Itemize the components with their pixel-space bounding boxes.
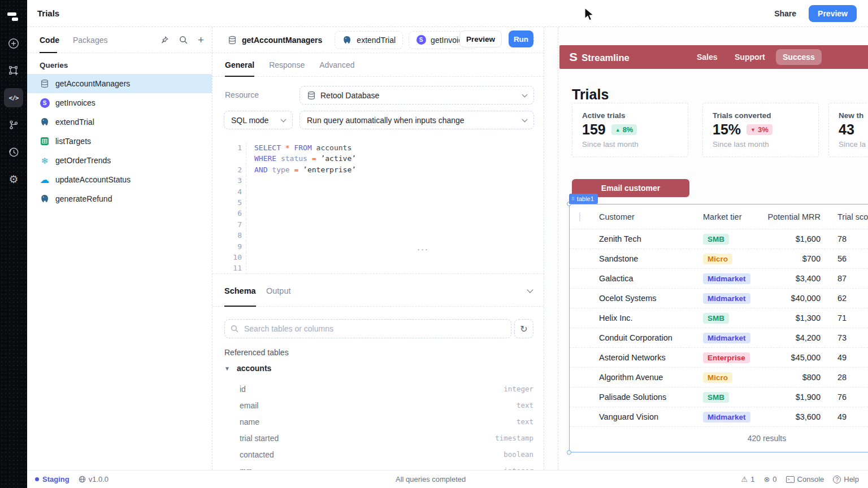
nav-item-support[interactable]: Support <box>735 45 765 69</box>
schema-field-name[interactable]: nametext <box>240 413 533 430</box>
tab-schema[interactable]: Schema <box>224 286 256 295</box>
query-item-getOrderTrends[interactable]: ❄getOrderTrends <box>27 151 212 170</box>
query-item-getInvoices[interactable]: SgetInvoices <box>27 93 212 112</box>
query-label: listTargets <box>55 137 91 146</box>
col-header-potential-mrr[interactable]: Potential MRR <box>763 212 824 221</box>
cell-score: 62 <box>824 294 868 303</box>
sql-code-editor[interactable]: 1SELECT * FROM accountsWHERE status = ’a… <box>212 140 544 274</box>
add-query-icon[interactable]: + <box>198 34 204 45</box>
help-button[interactable]: ? Help <box>833 475 859 483</box>
sql-mode-select[interactable]: SQL mode <box>224 111 293 129</box>
schema-field-id[interactable]: idinteger <box>240 381 533 397</box>
schema-search[interactable] <box>224 319 511 338</box>
col-header-customer[interactable]: Customer <box>599 212 703 221</box>
delta-badge: ▼3% <box>747 124 772 135</box>
nav-item-sales[interactable]: Sales <box>697 45 718 69</box>
stat-label: Trials converted <box>713 111 818 120</box>
cell-mrr: $45,000 <box>763 353 824 362</box>
console-button[interactable]: >_ Console <box>786 475 824 483</box>
pin-icon[interactable] <box>160 36 169 44</box>
cell-mrr: $800 <box>763 373 824 382</box>
query-item-getAccountManagers[interactable]: getAccountManagers <box>27 74 212 93</box>
tab-code[interactable]: Code <box>40 27 59 53</box>
version-label: v1.0.0 <box>89 475 108 483</box>
errors-indicator[interactable]: ⊗ 0 <box>763 475 776 483</box>
chevron-down-icon <box>522 117 528 123</box>
resource-select[interactable]: Retool Database <box>300 86 534 104</box>
rail-item-settings[interactable]: ⚙ <box>4 169 23 189</box>
schema-search-row: ↻ <box>224 319 533 338</box>
cell-customer: Helix Inc. <box>599 313 703 323</box>
streamline-logo-icon: S <box>569 51 578 64</box>
table1-widget-tag[interactable]: ⠿ table1 <box>569 194 598 204</box>
rail-item-history[interactable] <box>4 142 23 162</box>
editor-tab-extendTrial[interactable]: extendTrial <box>335 31 403 49</box>
tier-badge: Midmarket <box>703 273 750 284</box>
cell-score: 28 <box>824 373 868 382</box>
subtab-general[interactable]: General <box>225 53 254 76</box>
schema-field-mrr[interactable]: mrrinteger <box>240 463 533 470</box>
query-item-updateAccountStatus[interactable]: ☁updateAccountStatus <box>27 170 212 189</box>
tab-output[interactable]: Output <box>266 286 291 295</box>
queries-list: getAccountManagersSgetInvoicesextendTria… <box>27 73 212 208</box>
select-all-checkbox[interactable] <box>579 212 580 222</box>
table-row[interactable]: Vanguard VisionMidmarket$3,60049 <box>570 407 868 426</box>
warnings-indicator[interactable]: ⚠ 1 <box>741 475 755 483</box>
table-footer: 420 results <box>570 426 868 450</box>
environment-picker[interactable]: Staging <box>35 475 70 483</box>
schema-search-input[interactable] <box>243 324 505 334</box>
rail-item-git-branch[interactable] <box>4 115 23 134</box>
table-row[interactable]: Asteroid NetworksEnterprise$45,00049 <box>570 347 868 367</box>
share-button[interactable]: Share <box>774 9 796 18</box>
query-item-extendTrial[interactable]: extendTrial <box>27 112 212 132</box>
table-row[interactable]: GalacticaMidmarket$3,40087 <box>570 268 868 288</box>
editor-tab-getAccountManagers[interactable]: getAccountManagers <box>220 32 329 49</box>
tab-packages[interactable]: Packages <box>73 27 107 53</box>
table-row[interactable]: Conduit CorporationMidmarket$4,20073 <box>570 328 868 347</box>
stat-subtext: Since last month <box>582 140 688 149</box>
schema-field-email[interactable]: emailtext <box>240 397 533 413</box>
query-item-listTargets[interactable]: listTargets <box>27 132 212 151</box>
table-row[interactable]: Helix Inc.SMB$1,30071 <box>570 308 868 328</box>
subtab-response[interactable]: Response <box>269 53 305 76</box>
rail-item-select-tool[interactable] <box>4 61 23 80</box>
resize-handle[interactable] <box>567 450 571 455</box>
col-header-market-tier[interactable]: Market tier <box>703 212 763 221</box>
run-trigger-select[interactable]: Run query automatically when inputs chan… <box>300 111 534 129</box>
collapse-panel-icon[interactable] <box>527 286 533 293</box>
table-row[interactable]: Ocelot SystemsMidmarket$40,00062 <box>570 288 868 308</box>
refresh-schema-icon[interactable]: ↻ <box>514 319 533 338</box>
query-run-button[interactable]: Run <box>509 30 533 47</box>
trials-table[interactable]: CustomerMarket tierPotential MRRTrial sc… <box>569 204 868 452</box>
stat-card-2[interactable]: Trials converted15%▼3%Since last month <box>702 103 819 157</box>
field-name: contacted <box>240 450 274 459</box>
table-row[interactable]: Algorithm AvenueMicro$80028 <box>570 367 868 387</box>
tier-badge: Enterprise <box>703 352 750 363</box>
col-header-trial-score[interactable]: Trial sco <box>824 212 868 221</box>
table-row[interactable]: Palisade SolutionsSMB$1,90076 <box>570 387 868 407</box>
cell-customer: Algorithm Avenue <box>599 373 703 382</box>
rail-item-add[interactable] <box>4 34 23 53</box>
schema-field-contacted[interactable]: contactedboolean <box>240 446 533 463</box>
editor-tab-label: getAccountManagers <box>242 36 322 45</box>
cell-mrr: $1,900 <box>763 393 824 402</box>
stat-card-1[interactable]: Active trials159▲8%Since last month <box>572 103 688 157</box>
version-indicator[interactable]: v1.0.0 <box>79 475 108 483</box>
nav-item-success[interactable]: Success <box>776 49 822 65</box>
schema-field-trial-started[interactable]: trial startedtimestamp <box>240 430 533 446</box>
query-item-generateRefund[interactable]: generateRefund <box>27 189 212 208</box>
queries-section-title: Queries <box>40 61 212 69</box>
rail-item-code[interactable]: </> <box>4 88 23 107</box>
rail-item-retool-logo[interactable] <box>4 7 23 26</box>
editor-subtabs: GeneralResponseAdvanced <box>212 53 544 77</box>
query-preview-button[interactable]: Preview <box>459 30 502 47</box>
preview-app-button[interactable]: Preview <box>809 5 857 22</box>
schema-table-accounts[interactable]: ▼ accounts <box>224 364 271 373</box>
table-row[interactable]: SandstoneMicro$70056 <box>570 249 868 268</box>
stat-card-3[interactable]: New th43Since la <box>828 103 868 157</box>
settings-icon: ⚙ <box>8 174 18 185</box>
chevron-down-icon <box>281 117 287 123</box>
subtab-advanced[interactable]: Advanced <box>319 53 354 76</box>
search-icon[interactable] <box>179 36 188 44</box>
table-row[interactable]: Zenith TechSMB$1,60078 <box>570 229 868 249</box>
